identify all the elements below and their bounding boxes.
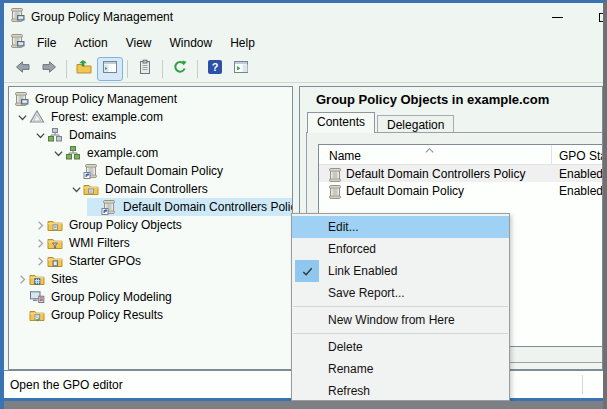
gpo-status: Enabled: [559, 184, 603, 198]
context-menu-item-label: Save Report...: [328, 286, 405, 300]
context-menu-item-label: Rename: [328, 362, 373, 376]
tree-item-sites[interactable]: Sites: [15, 270, 292, 288]
clipboard-icon: [137, 59, 153, 79]
tree-item-example-com[interactable]: example.com: [51, 144, 292, 162]
tree-item-label: Group Policy Results: [48, 307, 166, 323]
tree-item-group-policy-results[interactable]: Group Policy Results: [15, 306, 292, 324]
back-button[interactable]: [11, 58, 35, 80]
gpo-link-icon: [83, 163, 99, 179]
console-tree-pane: Group Policy ManagementForest: example.c…: [8, 86, 293, 370]
listview-rows: Default Domain Controllers PolicyEnabled…: [319, 165, 603, 199]
tree-item-label: Default Domain Policy: [102, 163, 226, 179]
menu-window[interactable]: Window: [161, 33, 222, 53]
gpmc-app-icon: [9, 7, 25, 27]
tree-item-label: example.com: [84, 145, 161, 161]
back-icon: [15, 59, 31, 79]
context-menu-item-rename[interactable]: Rename: [292, 358, 509, 380]
expand-chevron-collapsed[interactable]: [33, 254, 47, 268]
status-text: Open the GPO editor: [10, 378, 123, 392]
action-pane-icon: [233, 59, 249, 79]
tree-item-default-domain-policy[interactable]: Default Domain Policy: [69, 162, 292, 180]
toolbar-separator: [127, 60, 128, 78]
show-console-tree-button[interactable]: [98, 58, 122, 80]
tree-item-label: Default Domain Controllers Policy: [120, 199, 293, 215]
expander-spacer: [69, 164, 83, 178]
tab-strip: ContentsDelegation: [307, 112, 456, 133]
context-menu-item-link-enabled[interactable]: Link Enabled: [292, 260, 509, 282]
gpo-icon: [327, 184, 341, 198]
gpmc-console-icon: [13, 91, 29, 107]
expand-chevron-expanded[interactable]: [51, 146, 65, 160]
column-header-gpo-status[interactable]: GPO Status: [559, 149, 603, 163]
tree-item-label: Domain Controllers: [102, 181, 211, 197]
context-menu-item-label: Delete: [328, 340, 363, 354]
up-one-level-button[interactable]: [72, 58, 96, 80]
expand-chevron-expanded[interactable]: [15, 110, 29, 124]
tree-item-label: Group Policy Modeling: [48, 289, 175, 305]
listview-header: Name GPO Status: [319, 145, 603, 165]
tree-item-group-policy-modeling[interactable]: Group Policy Modeling: [15, 288, 292, 306]
tree-item-group-policy-objects[interactable]: Group Policy Objects: [33, 216, 292, 234]
sites-folder-icon: [29, 271, 45, 287]
tab-contents[interactable]: Contents: [307, 112, 375, 133]
context-menu-item-new-window-from-here[interactable]: New Window from Here: [292, 309, 509, 331]
minimize-button[interactable]: [542, 7, 572, 27]
svg-text:?: ?: [212, 61, 219, 73]
context-menu-item-edit[interactable]: Edit...: [292, 216, 509, 238]
tree-item-domain-controllers[interactable]: Domain Controllers: [69, 180, 292, 198]
status-bar-divider: [582, 375, 583, 394]
properties-button[interactable]: [133, 58, 157, 80]
minimize-icon: [552, 17, 563, 18]
context-menu-item-save-report[interactable]: Save Report...: [292, 282, 509, 304]
context-menu-item-enforced[interactable]: Enforced: [292, 238, 509, 260]
menu-help[interactable]: Help: [221, 33, 264, 53]
column-header-name[interactable]: Name: [329, 149, 361, 163]
column-divider[interactable]: [551, 145, 552, 164]
titlebar: Group Policy Management: [4, 3, 603, 31]
expand-chevron-expanded[interactable]: [33, 128, 47, 142]
tree-item-domains[interactable]: Domains: [33, 126, 292, 144]
menubar: FileActionViewWindowHelp: [4, 31, 603, 55]
results-pane-title: Group Policy Objects in example.com: [316, 92, 549, 107]
tree-item-label: Group Policy Objects: [66, 217, 185, 233]
console-tree-icon: [102, 59, 118, 79]
gpo-icon: [327, 167, 341, 181]
menu-action[interactable]: Action: [65, 33, 116, 53]
menu-file[interactable]: File: [28, 33, 65, 53]
domain-icon: [65, 145, 81, 161]
expand-chevron-expanded[interactable]: [69, 182, 83, 196]
tree-item-group-policy-management[interactable]: Group Policy Management: [13, 90, 292, 108]
tree-item-starter-gpos[interactable]: Starter GPOs: [33, 252, 292, 270]
window-title: Group Policy Management: [31, 10, 173, 24]
refresh-button[interactable]: [168, 58, 192, 80]
gpo-list-row-default-domain-controllers-policy[interactable]: Default Domain Controllers PolicyEnabled: [319, 165, 603, 182]
toolbar-separator: [197, 60, 198, 78]
forward-button[interactable]: [37, 58, 61, 80]
forest-icon: [29, 109, 45, 125]
gpo-name: Default Domain Policy: [346, 184, 464, 198]
gpo-list-row-default-domain-policy[interactable]: Default Domain PolicyEnabled: [319, 182, 603, 199]
help-button[interactable]: ?: [203, 58, 227, 80]
checkmark-icon: [295, 260, 319, 282]
gpo-status: Enabled: [559, 167, 603, 181]
toolbar-separator: [162, 60, 163, 78]
expand-chevron-collapsed[interactable]: [33, 218, 47, 232]
context-menu-item-refresh[interactable]: Refresh: [292, 380, 509, 402]
expander-spacer: [15, 308, 29, 322]
menu-view[interactable]: View: [117, 33, 161, 53]
tree-item-default-domain-controllers-policy[interactable]: Default Domain Controllers Policy: [87, 198, 292, 216]
tree-item-forest-example-com[interactable]: Forest: example.com: [15, 108, 292, 126]
maximize-button[interactable]: [589, 7, 607, 27]
show-action-pane-button[interactable]: [229, 58, 253, 80]
expand-chevron-collapsed[interactable]: [33, 236, 47, 250]
context-menu-item-label: New Window from Here: [328, 313, 455, 327]
context-menu-item-delete[interactable]: Delete: [292, 336, 509, 358]
tab-delegation[interactable]: Delegation: [377, 115, 454, 133]
toolbar-separator: [66, 60, 67, 78]
expand-chevron-collapsed[interactable]: [15, 272, 29, 286]
window: Group Policy Management FileActionViewWi…: [0, 0, 607, 409]
context-menu: Edit...EnforcedLink EnabledSave Report..…: [291, 213, 510, 401]
maximize-icon: [599, 13, 607, 22]
sort-ascending-icon: [424, 145, 435, 159]
tree-item-wmi-filters[interactable]: WMI Filters: [33, 234, 292, 252]
